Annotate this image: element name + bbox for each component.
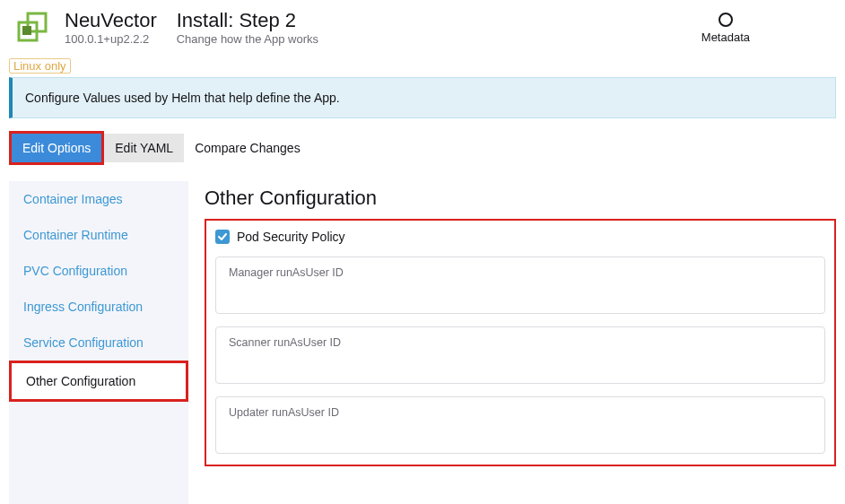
pod-security-policy-row[interactable]: Pod Security Policy [215,230,825,244]
manager-runasuser-label: Manager runAsUser ID [229,266,812,279]
sidebar: Container Images Container Runtime PVC C… [9,181,188,504]
highlight-form-box: Pod Security Policy Manager runAsUser ID… [205,219,836,466]
step-indicator-label: Metadata [701,30,750,44]
sidebar-item-pvc-configuration[interactable]: PVC Configuration [9,253,188,289]
linux-only-badge: Linux only [9,58,71,74]
info-banner: Configure Values used by Helm that help … [9,77,836,118]
step-indicator[interactable]: Metadata [701,13,831,44]
tab-edit-options[interactable]: Edit Options [12,134,101,162]
step-circle-icon [719,13,733,27]
content-heading: Other Configuration [205,181,836,219]
badge-row: Linux only [0,56,845,77]
sidebar-item-container-images[interactable]: Container Images [9,181,188,217]
app-version: 100.0.1+up2.2.2 [65,32,157,48]
updater-runasuser-label: Updater runAsUser ID [229,406,812,419]
content: Other Configuration Pod Security Policy … [188,181,836,504]
manager-runasuser-field[interactable]: Manager runAsUser ID [215,256,825,314]
updater-runasuser-field[interactable]: Updater runAsUser ID [215,396,825,454]
sidebar-item-container-runtime[interactable]: Container Runtime [9,217,188,253]
checkbox-checked-icon[interactable] [215,230,230,244]
sidebar-item-service-configuration[interactable]: Service Configuration [9,325,188,361]
info-banner-text: Configure Values used by Helm that help … [25,91,340,105]
svg-rect-2 [22,26,31,35]
scanner-runasuser-field[interactable]: Scanner runAsUser ID [215,326,825,384]
app-name: NeuVector [65,9,157,32]
tab-compare-changes[interactable]: Compare Changes [184,134,311,162]
pod-security-policy-label: Pod Security Policy [237,230,345,244]
app-title-group: NeuVector 100.0.1+up2.2.2 [65,9,157,48]
sidebar-item-ingress-configuration[interactable]: Ingress Configuration [9,289,188,325]
tab-row: Edit Options Edit YAML Compare Changes [0,131,845,181]
step-title: Install: Step 2 [177,9,318,32]
scanner-runasuser-label: Scanner runAsUser ID [229,336,812,349]
step-title-group: Install: Step 2 Change how the App works [177,9,318,48]
sidebar-item-other-configuration[interactable]: Other Configuration [12,363,186,399]
header: NeuVector 100.0.1+up2.2.2 Install: Step … [0,0,845,56]
main-area: Container Images Container Runtime PVC C… [0,181,845,504]
highlight-edit-options: Edit Options [9,131,104,165]
tab-edit-yaml[interactable]: Edit YAML [104,134,184,162]
step-subtitle: Change how the App works [177,32,318,48]
app-logo-icon [14,9,52,47]
highlight-other-configuration: Other Configuration [9,361,188,402]
